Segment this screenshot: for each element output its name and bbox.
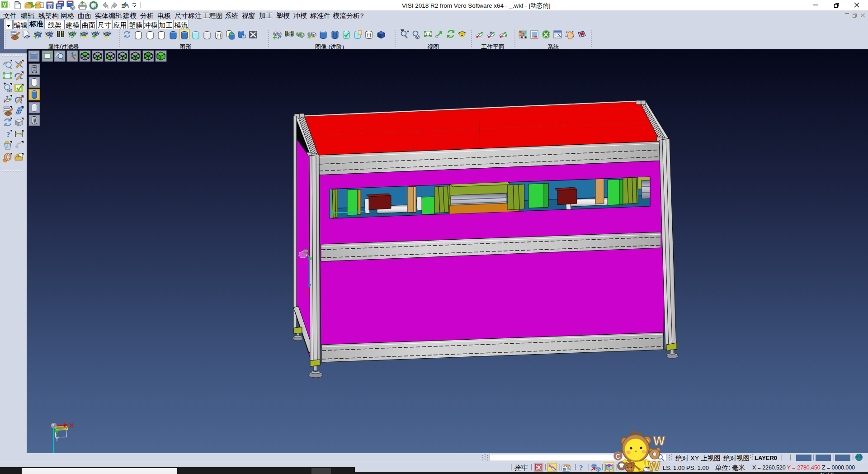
svg-text:10: 10 bbox=[566, 468, 570, 471]
svg-text:C: C bbox=[616, 452, 621, 460]
svg-text:W: W bbox=[648, 459, 660, 473]
svg-text:?: ? bbox=[579, 464, 583, 472]
svg-text:V: V bbox=[3, 2, 6, 8]
svg-text:?: ? bbox=[6, 130, 10, 139]
svg-text:W: W bbox=[653, 434, 665, 448]
svg-text:1:1: 1:1 bbox=[425, 33, 431, 37]
svg-text:Z: Z bbox=[306, 288, 309, 295]
